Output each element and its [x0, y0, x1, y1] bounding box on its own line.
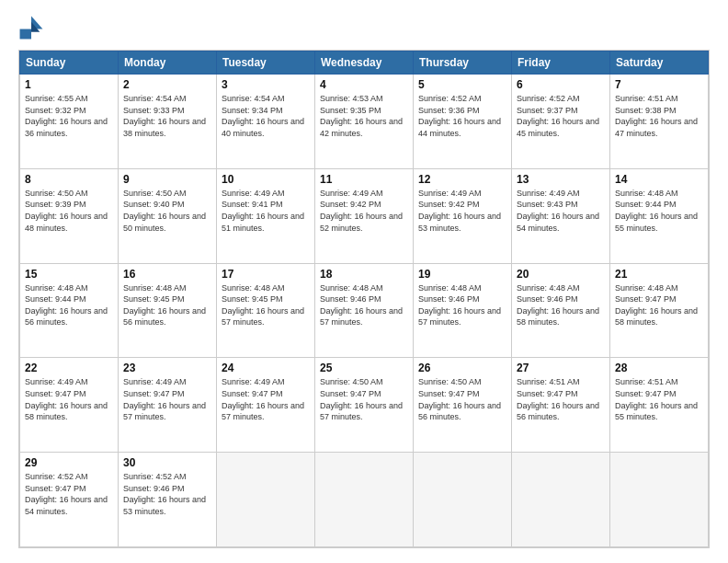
- calendar-day-cell: 21 Sunrise: 4:48 AM Sunset: 9:47 PM Dayl…: [610, 263, 709, 358]
- day-number: 6: [517, 78, 605, 91]
- calendar-day-cell: 26 Sunrise: 4:50 AM Sunset: 9:47 PM Dayl…: [414, 358, 512, 453]
- col-friday: Friday: [512, 52, 610, 75]
- day-info: Sunrise: 4:53 AM Sunset: 9:35 PM Dayligh…: [320, 93, 408, 139]
- day-number: 27: [517, 362, 605, 374]
- day-info: Sunrise: 4:50 AM Sunset: 9:40 PM Dayligh…: [123, 188, 211, 234]
- day-info: Sunrise: 4:48 AM Sunset: 9:46 PM Dayligh…: [517, 282, 605, 328]
- svg-rect-2: [20, 29, 31, 40]
- day-number: 3: [222, 78, 310, 91]
- day-info: Sunrise: 4:48 AM Sunset: 9:46 PM Dayligh…: [320, 282, 408, 328]
- calendar-day-cell: 14 Sunrise: 4:48 AM Sunset: 9:44 PM Dayl…: [610, 168, 709, 263]
- day-info: Sunrise: 4:54 AM Sunset: 9:34 PM Dayligh…: [222, 93, 310, 139]
- day-info: Sunrise: 4:48 AM Sunset: 9:45 PM Dayligh…: [222, 282, 310, 328]
- calendar-day-cell: 19 Sunrise: 4:48 AM Sunset: 9:46 PM Dayl…: [414, 263, 512, 358]
- day-info: Sunrise: 4:48 AM Sunset: 9:44 PM Dayligh…: [615, 188, 703, 234]
- day-number: 21: [615, 268, 703, 281]
- calendar-day-cell: 13 Sunrise: 4:49 AM Sunset: 9:43 PM Dayl…: [512, 168, 610, 263]
- calendar-day-cell: 22 Sunrise: 4:49 AM Sunset: 9:47 PM Dayl…: [20, 358, 119, 453]
- day-info: Sunrise: 4:55 AM Sunset: 9:32 PM Dayligh…: [25, 93, 113, 139]
- col-tuesday: Tuesday: [217, 52, 315, 75]
- day-info: Sunrise: 4:49 AM Sunset: 9:47 PM Dayligh…: [222, 376, 310, 422]
- calendar-week-row: 29 Sunrise: 4:52 AM Sunset: 9:47 PM Dayl…: [20, 453, 709, 547]
- day-number: 16: [123, 268, 211, 281]
- day-number: 12: [418, 173, 506, 186]
- calendar-day-cell: 6 Sunrise: 4:52 AM Sunset: 9:37 PM Dayli…: [512, 75, 610, 169]
- calendar-day-cell: [414, 453, 512, 547]
- day-info: Sunrise: 4:51 AM Sunset: 9:47 PM Dayligh…: [517, 376, 605, 422]
- day-number: 2: [123, 78, 211, 91]
- calendar-day-cell: [610, 453, 709, 547]
- day-info: Sunrise: 4:49 AM Sunset: 9:42 PM Dayligh…: [418, 188, 506, 234]
- day-info: Sunrise: 4:50 AM Sunset: 9:47 PM Dayligh…: [320, 376, 408, 422]
- day-number: 4: [320, 78, 408, 91]
- day-number: 15: [25, 268, 113, 281]
- day-info: Sunrise: 4:49 AM Sunset: 9:43 PM Dayligh…: [517, 188, 605, 234]
- calendar-day-cell: 5 Sunrise: 4:52 AM Sunset: 9:36 PM Dayli…: [414, 75, 512, 169]
- day-number: 5: [418, 78, 506, 91]
- day-info: Sunrise: 4:51 AM Sunset: 9:47 PM Dayligh…: [615, 376, 703, 422]
- day-number: 10: [222, 173, 310, 186]
- day-number: 14: [615, 173, 703, 186]
- day-info: Sunrise: 4:48 AM Sunset: 9:47 PM Dayligh…: [615, 282, 703, 328]
- calendar-day-cell: [315, 453, 414, 547]
- day-number: 28: [615, 362, 703, 374]
- day-number: 1: [25, 78, 113, 91]
- calendar-day-cell: 10 Sunrise: 4:49 AM Sunset: 9:41 PM Dayl…: [217, 168, 315, 263]
- header: [18, 15, 710, 40]
- calendar: Sunday Monday Tuesday Wednesday Thursday…: [18, 50, 710, 548]
- calendar-day-cell: 17 Sunrise: 4:48 AM Sunset: 9:45 PM Dayl…: [217, 263, 315, 358]
- day-number: 24: [222, 362, 310, 374]
- day-info: Sunrise: 4:49 AM Sunset: 9:47 PM Dayligh…: [25, 376, 113, 422]
- day-info: Sunrise: 4:52 AM Sunset: 9:36 PM Dayligh…: [418, 93, 506, 139]
- calendar-day-cell: 15 Sunrise: 4:48 AM Sunset: 9:44 PM Dayl…: [20, 263, 119, 358]
- calendar-day-cell: [217, 453, 315, 547]
- calendar-day-cell: 16 Sunrise: 4:48 AM Sunset: 9:45 PM Dayl…: [119, 263, 217, 358]
- day-info: Sunrise: 4:50 AM Sunset: 9:47 PM Dayligh…: [418, 376, 506, 422]
- day-info: Sunrise: 4:51 AM Sunset: 9:38 PM Dayligh…: [615, 93, 703, 139]
- page: Sunday Monday Tuesday Wednesday Thursday…: [0, 0, 728, 563]
- calendar-week-row: 22 Sunrise: 4:49 AM Sunset: 9:47 PM Dayl…: [20, 358, 709, 453]
- calendar-header-row: Sunday Monday Tuesday Wednesday Thursday…: [20, 52, 709, 75]
- calendar-week-row: 1 Sunrise: 4:55 AM Sunset: 9:32 PM Dayli…: [20, 75, 709, 169]
- calendar-week-row: 15 Sunrise: 4:48 AM Sunset: 9:44 PM Dayl…: [20, 263, 709, 358]
- calendar-day-cell: 27 Sunrise: 4:51 AM Sunset: 9:47 PM Dayl…: [512, 358, 610, 453]
- calendar-day-cell: 23 Sunrise: 4:49 AM Sunset: 9:47 PM Dayl…: [119, 358, 217, 453]
- day-info: Sunrise: 4:54 AM Sunset: 9:33 PM Dayligh…: [123, 93, 211, 139]
- col-thursday: Thursday: [414, 52, 512, 75]
- day-info: Sunrise: 4:48 AM Sunset: 9:46 PM Dayligh…: [418, 282, 506, 328]
- day-info: Sunrise: 4:48 AM Sunset: 9:45 PM Dayligh…: [123, 282, 211, 328]
- day-info: Sunrise: 4:52 AM Sunset: 9:47 PM Dayligh…: [25, 471, 113, 517]
- calendar-week-row: 8 Sunrise: 4:50 AM Sunset: 9:39 PM Dayli…: [20, 168, 709, 263]
- day-number: 19: [418, 268, 506, 281]
- day-number: 7: [615, 78, 703, 91]
- day-info: Sunrise: 4:49 AM Sunset: 9:47 PM Dayligh…: [123, 376, 211, 422]
- col-sunday: Sunday: [20, 52, 119, 75]
- day-number: 23: [123, 362, 211, 374]
- calendar-day-cell: [512, 453, 610, 547]
- day-info: Sunrise: 4:49 AM Sunset: 9:41 PM Dayligh…: [222, 188, 310, 234]
- day-info: Sunrise: 4:52 AM Sunset: 9:46 PM Dayligh…: [123, 471, 211, 517]
- day-number: 25: [320, 362, 408, 374]
- calendar-day-cell: 18 Sunrise: 4:48 AM Sunset: 9:46 PM Dayl…: [315, 263, 414, 358]
- day-number: 17: [222, 268, 310, 281]
- day-number: 18: [320, 268, 408, 281]
- day-number: 22: [25, 362, 113, 374]
- day-number: 26: [418, 362, 506, 374]
- day-info: Sunrise: 4:48 AM Sunset: 9:44 PM Dayligh…: [25, 282, 113, 328]
- day-number: 11: [320, 173, 408, 186]
- calendar-day-cell: 30 Sunrise: 4:52 AM Sunset: 9:46 PM Dayl…: [119, 453, 217, 547]
- calendar-day-cell: 4 Sunrise: 4:53 AM Sunset: 9:35 PM Dayli…: [315, 75, 414, 169]
- day-number: 30: [123, 456, 211, 469]
- calendar-day-cell: 3 Sunrise: 4:54 AM Sunset: 9:34 PM Dayli…: [217, 75, 315, 169]
- day-number: 29: [25, 456, 113, 469]
- calendar-day-cell: 12 Sunrise: 4:49 AM Sunset: 9:42 PM Dayl…: [414, 168, 512, 263]
- calendar-day-cell: 2 Sunrise: 4:54 AM Sunset: 9:33 PM Dayli…: [119, 75, 217, 169]
- logo: [18, 15, 48, 40]
- col-saturday: Saturday: [610, 52, 709, 75]
- calendar-day-cell: 25 Sunrise: 4:50 AM Sunset: 9:47 PM Dayl…: [315, 358, 414, 453]
- col-wednesday: Wednesday: [315, 52, 414, 75]
- calendar-day-cell: 11 Sunrise: 4:49 AM Sunset: 9:42 PM Dayl…: [315, 168, 414, 263]
- calendar-day-cell: 20 Sunrise: 4:48 AM Sunset: 9:46 PM Dayl…: [512, 263, 610, 358]
- logo-icon: [18, 15, 44, 40]
- day-number: 9: [123, 173, 211, 186]
